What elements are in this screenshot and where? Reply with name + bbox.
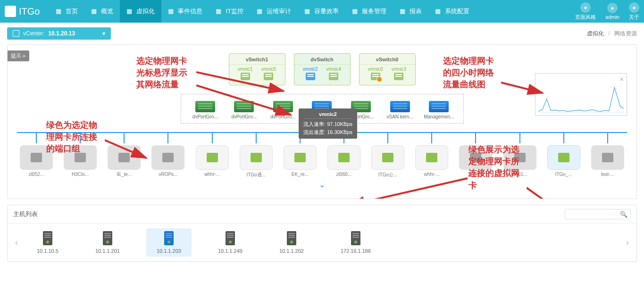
nav-item-screen[interactable]: ▦IT监控 xyxy=(209,0,250,23)
traffic-chart-thumbnail[interactable]: × xyxy=(535,73,627,116)
vnic-icon xyxy=(162,153,174,162)
portgroup-item[interactable]: dvPortGro... xyxy=(186,101,224,119)
crumb-a[interactable]: 虚拟化 xyxy=(587,30,604,37)
vnic-icon xyxy=(426,153,437,162)
vm-item[interactable]: IE_te... xyxy=(105,145,143,178)
vm-item[interactable]: zl052... xyxy=(456,145,495,178)
portgroup-item[interactable]: dvPortGro... xyxy=(264,101,302,119)
nic-icon xyxy=(306,73,315,80)
host-item[interactable]: 10.1.1.249 xyxy=(208,228,253,257)
server-icon xyxy=(43,231,52,245)
tip-tab[interactable]: 提示 » xyxy=(7,50,29,61)
grid-icon: ▦ xyxy=(91,8,99,15)
host-item[interactable]: 10.1.1.203 xyxy=(146,228,192,257)
vm-card xyxy=(327,145,360,170)
navright-help[interactable]: ●关于 xyxy=(629,2,639,21)
vnic-icon xyxy=(118,153,130,162)
nic-icon xyxy=(371,73,380,80)
vnic-icon xyxy=(294,153,306,162)
palette-icon: ● xyxy=(580,2,591,13)
gears-icon: ▦ xyxy=(352,8,360,15)
vnic-icon xyxy=(514,153,526,162)
nic-vmnic2[interactable]: vmnic2 xyxy=(303,67,318,80)
nic-vmnic4[interactable]: vmnic4 xyxy=(326,67,342,80)
logo[interactable]: ITGo xyxy=(5,6,40,17)
host-item[interactable]: 172.16.1.186 xyxy=(330,228,381,257)
vm-card xyxy=(64,145,97,170)
switch-icon xyxy=(273,101,293,112)
vm-card xyxy=(151,145,184,170)
vnic-icon xyxy=(558,153,569,162)
vm-card xyxy=(284,145,317,170)
nic-vmnic1[interactable]: vmnic1 xyxy=(238,67,253,80)
vm-item[interactable]: zl052... xyxy=(17,145,56,178)
portgroup-item[interactable]: dvPortGro... xyxy=(225,101,263,119)
vm-item[interactable]: test-... xyxy=(588,145,627,178)
breadcrumb: 虚拟化 / 网络资源 xyxy=(587,30,637,38)
nav-item-grid[interactable]: ▦概览 xyxy=(84,0,120,23)
vm-card xyxy=(547,145,580,170)
nav-item-db[interactable]: ▦容量效率 xyxy=(298,0,345,23)
nic-icon xyxy=(394,73,403,80)
host-next-icon[interactable]: › xyxy=(622,238,633,248)
nav-item-home[interactable]: ▦首页 xyxy=(49,0,84,23)
vm-item[interactable]: vROPs... xyxy=(149,145,187,178)
logo-text: ITGo xyxy=(19,6,40,17)
vswitch-vSwitch1[interactable]: vSwitch1vmnic1vmnic5 xyxy=(229,53,285,85)
vm-item[interactable]: ITGo公... xyxy=(368,145,407,178)
vnic-icon xyxy=(382,153,393,162)
vm-card xyxy=(20,145,53,170)
nic-icon xyxy=(241,73,250,80)
host-prev-icon[interactable]: ‹ xyxy=(11,238,22,248)
vm-card xyxy=(591,145,624,170)
nav-item-chart[interactable]: ▦运维审计 xyxy=(250,0,298,23)
vswitch-dvSwitch[interactable]: dvSwitchvmnic2vmnic4 xyxy=(294,53,351,85)
host-item[interactable]: 10.1.10.5 xyxy=(26,228,69,257)
host-item[interactable]: 10.1.1.202 xyxy=(269,228,314,257)
navright-user[interactable]: ●admin xyxy=(605,3,619,20)
vm-item[interactable]: ITGo通... xyxy=(237,145,276,178)
switch-icon xyxy=(429,101,449,112)
portgroup-item[interactable]: vSAN kern... xyxy=(381,101,419,119)
vswitch-title: vSwitch1 xyxy=(229,57,285,65)
portgroup-item[interactable]: Managemen... xyxy=(420,101,458,119)
vm-item[interactable]: ITGo_... xyxy=(544,145,583,178)
sub-bar: vCenter: 10.1.20.13 ▾ 虚拟化 / 网络资源 xyxy=(0,23,644,44)
nic-vmnic5[interactable]: vmnic5 xyxy=(261,67,276,80)
search-icon: 🔍 xyxy=(620,211,627,218)
nav-item-monitor[interactable]: ▦虚拟化 xyxy=(120,0,161,23)
vm-item[interactable]: H3Clo... xyxy=(61,145,100,178)
vcenter-icon xyxy=(13,30,19,37)
vcenter-label: vCenter: xyxy=(23,30,44,37)
expand-down-icon[interactable]: ⌄ xyxy=(8,180,636,189)
vm-card xyxy=(371,145,404,170)
monitor-icon: ▦ xyxy=(126,8,134,15)
screen-icon: ▦ xyxy=(216,8,223,15)
host-item[interactable]: 10.1.1.201 xyxy=(85,228,130,257)
vm-item[interactable]: EK_re... xyxy=(281,145,319,178)
host-search-input[interactable]: 🔍 xyxy=(565,209,631,219)
close-icon[interactable]: × xyxy=(620,75,624,83)
nic-icon xyxy=(264,73,273,80)
vcenter-selector[interactable]: vCenter: 10.1.20.13 ▾ xyxy=(7,27,111,40)
nav-item-gears[interactable]: ▦服务管理 xyxy=(345,0,393,23)
vm-item[interactable]: whhr-... xyxy=(193,145,232,178)
vm-item[interactable]: whhr-... xyxy=(412,145,451,178)
help-icon: ● xyxy=(629,2,639,13)
nav-item-list[interactable]: ▦事件信息 xyxy=(161,0,209,23)
server-icon xyxy=(103,231,112,245)
vm-card xyxy=(196,145,229,170)
chevron-down-icon: ▾ xyxy=(102,30,105,37)
nav-item-report[interactable]: ▦报表 xyxy=(393,0,428,23)
nav-item-cog[interactable]: ▦系统配置 xyxy=(428,0,476,23)
host-list-title: 主机列表 xyxy=(13,210,38,218)
nic-vmnic3[interactable]: vmnic3 xyxy=(392,67,407,80)
vm-item[interactable]: zl061... xyxy=(501,145,539,178)
vm-item[interactable]: zl060... xyxy=(325,145,363,178)
server-icon xyxy=(351,231,360,245)
navright-palette[interactable]: ●页面风格 xyxy=(575,2,596,21)
vswitch-vSwitch0[interactable]: vSwitch0vmnic0vmnic3 xyxy=(359,53,416,85)
nic-tooltip: vmnic2 流入速率: 97.10KBps 流出速度: 16.30KBps xyxy=(299,108,357,139)
server-icon xyxy=(164,231,174,245)
nic-vmnic0[interactable]: vmnic0 xyxy=(368,67,383,80)
